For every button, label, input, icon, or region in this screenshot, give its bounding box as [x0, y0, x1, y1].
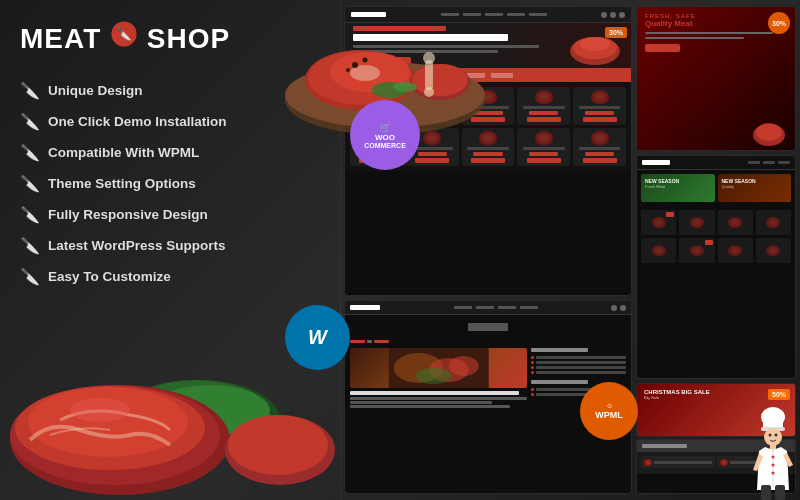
- blog-nav-icons: [611, 305, 626, 311]
- svg-point-47: [772, 464, 775, 467]
- pl-nav: [748, 161, 790, 164]
- blog-logo: [350, 305, 380, 310]
- wallet-item-1: [641, 456, 715, 468]
- product-card-10: [573, 128, 626, 166]
- quality-desc-2: [645, 37, 744, 39]
- product-img-5: [591, 90, 609, 104]
- xmas-sub: Big Sale: [644, 395, 788, 400]
- post-title-bar-1: [350, 391, 519, 395]
- svg-point-24: [28, 387, 188, 457]
- wordpress-badge: W: [285, 305, 350, 370]
- svg-point-26: [228, 415, 328, 475]
- fresh-quality-screen: Fresh, Safe Quality Meat 30%: [636, 6, 796, 151]
- product-price-5: [585, 111, 614, 115]
- discount-badge: 30%: [605, 27, 627, 38]
- svg-point-12: [352, 62, 358, 68]
- logo-meat: Meat: [20, 23, 101, 54]
- pl-img-6: [690, 245, 704, 256]
- svg-point-8: [412, 64, 468, 96]
- svg-rect-49: [761, 485, 771, 500]
- product-card-5: [573, 87, 626, 125]
- woo-text: WOO: [375, 134, 395, 142]
- pl-tag-6: [705, 240, 713, 245]
- pl-row-1: [641, 210, 791, 235]
- bc-blog: [374, 340, 389, 343]
- svg-rect-15: [425, 60, 433, 90]
- svg-point-46: [772, 456, 775, 459]
- main-container: Meat 🔪 Shop 🔪 Unique Design 🔪 One Click …: [0, 0, 800, 500]
- svg-point-11: [393, 82, 417, 92]
- check-icon-6: 🔪: [20, 236, 40, 255]
- check-icon-2: 🔪: [20, 112, 40, 131]
- wallet-item-img-1: [644, 459, 652, 466]
- pl-products: [637, 206, 795, 267]
- product-name-9: [523, 147, 564, 150]
- blog-nav-links: [454, 306, 538, 309]
- quality-title-accent: Meat: [674, 19, 692, 28]
- product-list-screen: NEW SEASON Fresh Meat NEW SEASON Quality: [636, 155, 796, 379]
- product-img-9: [535, 131, 553, 145]
- commerce-text: COMMERCE: [364, 142, 406, 149]
- product-price-10: [585, 152, 614, 156]
- pl-card-3: [718, 210, 753, 235]
- wallet-item-text-1: [654, 461, 712, 464]
- product-price-4: [529, 111, 558, 115]
- pl-img-2: [690, 217, 704, 228]
- pl-nav-1: [748, 161, 760, 164]
- sidebar-cat-dot-2: [531, 393, 534, 396]
- pl-card-6: [679, 238, 714, 263]
- product-card-4: [517, 87, 570, 125]
- blog-icon-2: [620, 305, 626, 311]
- svg-point-16: [423, 52, 435, 64]
- pl-card-8: [756, 238, 791, 263]
- sidebar-item-4: [531, 371, 626, 374]
- sidebar-item-3: [531, 366, 626, 369]
- sidebar-link-4: [536, 371, 626, 374]
- nav-link-5: [529, 13, 547, 16]
- nav-icon-3: [619, 12, 625, 18]
- bc-sep: [367, 340, 372, 343]
- product-btn-4: [527, 117, 561, 122]
- feature-text-6: Latest WordPress Supports: [48, 238, 226, 253]
- product-btn-8: [471, 158, 505, 163]
- new-season-sub-1: Fresh Meat: [645, 184, 711, 189]
- chef-figure: [749, 405, 797, 500]
- svg-point-34: [449, 356, 479, 376]
- product-img-10: [591, 131, 609, 145]
- pl-row-2: [641, 238, 791, 263]
- woo-icon: 🛒: [379, 122, 391, 133]
- feature-item-7: 🔪 Easy To Customize: [20, 261, 320, 292]
- check-icon-4: 🔪: [20, 174, 40, 193]
- wallet-item-img-2: [720, 459, 728, 466]
- feature-text-7: Easy To Customize: [48, 269, 171, 284]
- wpml-icon: ⊙: [607, 402, 612, 409]
- blog-nav-3: [498, 306, 516, 309]
- product-price-8: [473, 152, 502, 156]
- svg-point-48: [772, 472, 775, 475]
- svg-point-30: [580, 37, 610, 51]
- svg-point-14: [346, 68, 350, 72]
- xmas-discount-badge: 50%: [768, 389, 790, 400]
- woocommerce-badge: 🛒 WOO COMMERCE: [350, 100, 420, 170]
- product-img-4: [535, 90, 553, 104]
- bc-home: [350, 340, 365, 343]
- feature-item-6: 🔪 Latest WordPress Supports: [20, 230, 320, 261]
- discount-circle-badge: 30%: [768, 12, 790, 34]
- product-btn-9: [527, 158, 561, 163]
- blog-nav-4: [520, 306, 538, 309]
- check-icon-7: 🔪: [20, 267, 40, 286]
- svg-point-27: [70, 398, 130, 422]
- pl-card-4: [756, 210, 791, 235]
- blog-nav-1: [454, 306, 472, 309]
- blog-icon-1: [611, 305, 617, 311]
- pl-img-4: [766, 217, 780, 228]
- sidebar-link-1: [536, 356, 626, 359]
- product-name-5: [579, 106, 620, 109]
- quality-title-text: Quality: [645, 19, 674, 28]
- sidebar-categories-title: [531, 380, 588, 384]
- svg-point-37: [756, 123, 782, 141]
- blog-img-svg: [350, 348, 527, 388]
- blog-page-title: [468, 323, 508, 331]
- sidebar-dot-1: [531, 356, 534, 359]
- post-text-bar-3: [350, 405, 510, 408]
